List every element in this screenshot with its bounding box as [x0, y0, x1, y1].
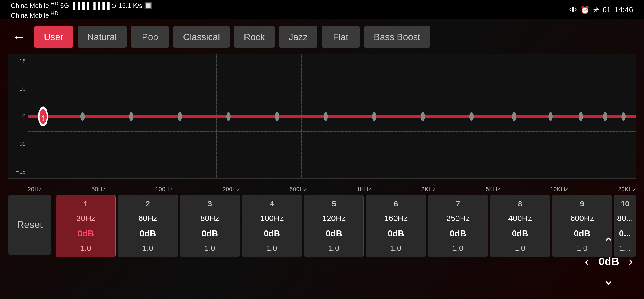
band-5-number: 5 [332, 200, 336, 208]
preset-user[interactable]: User [34, 26, 73, 48]
band-card-2[interactable]: 2 60Hz 0dB 1.0 [118, 195, 178, 257]
svg-point-2 [80, 112, 85, 121]
y-axis: 18 10 0 −10 −18 [8, 54, 28, 178]
svg-point-3 [129, 112, 133, 121]
band-10-freq: 80... [617, 214, 633, 223]
band-card-4[interactable]: 4 100Hz 0dB 1.0 [242, 195, 302, 257]
x-label-100hz: 100Hz [155, 186, 173, 193]
band-5-freq: 120Hz [322, 214, 346, 223]
band-3-db: 0dB [202, 229, 218, 239]
svg-point-12 [548, 112, 553, 121]
y-label-0: 0 [11, 113, 26, 120]
svg-point-15 [621, 112, 626, 121]
band-3-number: 3 [208, 200, 212, 208]
band-9-number: 9 [580, 200, 584, 208]
band-5-q: 1.0 [329, 244, 339, 253]
db-up-button[interactable]: ⌃ [593, 235, 625, 251]
svg-point-11 [512, 112, 516, 121]
alarm-icon: ⏰ [580, 5, 590, 14]
current-db-display: 0dB [595, 255, 622, 268]
bluetooth-icon: ✳ [593, 5, 599, 14]
band-5-db: 0dB [326, 229, 342, 239]
band-controls: Reset 1 30Hz 0dB 1.0 2 60Hz 0dB 1.0 [8, 195, 636, 257]
band-3-q: 1.0 [205, 244, 215, 253]
x-label-500hz: 500Hz [289, 186, 307, 193]
prev-band-button[interactable]: ‹ [582, 253, 592, 269]
band-9-freq: 600Hz [570, 214, 594, 223]
svg-point-9 [421, 112, 425, 121]
band-card-3[interactable]: 3 80Hz 0dB 1.0 [180, 195, 240, 257]
band-4-freq: 100Hz [260, 214, 284, 223]
y-label-18: 18 [11, 58, 26, 65]
y-label-10: 10 [11, 85, 26, 92]
band-card-1[interactable]: 1 30Hz 0dB 1.0 [56, 195, 116, 257]
svg-point-6 [275, 112, 279, 121]
preset-classical[interactable]: Classical [173, 26, 230, 48]
band-2-q: 1.0 [143, 244, 153, 253]
right-controls: ⌃ ‹ 0dB › ⌄ [582, 230, 636, 292]
band-6-db: 0dB [388, 229, 404, 239]
band-card-8[interactable]: 8 400Hz 0dB 1.0 [490, 195, 550, 257]
svg-point-13 [579, 112, 583, 121]
band-2-number: 2 [146, 200, 150, 208]
db-nav-row: ‹ 0dB › [582, 253, 636, 269]
down-arrow-icon: ⌄ [603, 272, 615, 288]
status-bar: China Mobile HD 5G ▐▐▐▐ ▐▐▐▐ ⊙ 16.1 K/s … [0, 0, 644, 20]
eq-chart[interactable]: 18 10 0 −10 −18 [8, 54, 636, 179]
svg-point-8 [372, 112, 376, 121]
eye-icon: 👁 [569, 5, 577, 14]
band-2-freq: 60Hz [138, 214, 157, 223]
band-1-freq: 30Hz [76, 214, 95, 223]
back-button[interactable]: ← [8, 26, 30, 48]
preset-flat[interactable]: Flat [322, 26, 360, 48]
next-band-button[interactable]: › [626, 253, 636, 269]
preset-natural[interactable]: Natural [78, 26, 127, 48]
band-card-7[interactable]: 7 250Hz 0dB 1.0 [428, 195, 488, 257]
band-6-number: 6 [394, 200, 398, 208]
x-label-20khz: 20KHz [618, 186, 636, 193]
svg-point-10 [469, 112, 474, 121]
preset-jazz[interactable]: Jazz [279, 26, 317, 48]
band-6-q: 1.0 [391, 244, 401, 253]
band-1-q: 1.0 [80, 244, 91, 253]
band-7-q: 1.0 [453, 244, 463, 253]
reset-button[interactable]: Reset [8, 195, 51, 255]
band-10-number: 10 [621, 200, 629, 208]
x-axis-labels: 20Hz 50Hz 100Hz 200Hz 500Hz 1KHz 2KHz 5K… [8, 184, 636, 193]
chart-area[interactable]: 1 [28, 54, 636, 178]
band-1-db: 0dB [78, 229, 94, 239]
band-6-freq: 160Hz [384, 214, 408, 223]
band-4-db: 0dB [264, 229, 280, 239]
svg-point-4 [178, 112, 182, 121]
main-content: ← User Natural Pop Classical Rock Jazz F… [0, 20, 644, 299]
band-card-5[interactable]: 5 120Hz 0dB 1.0 [304, 195, 364, 257]
clock-time: 14:46 [614, 5, 633, 14]
band-3-freq: 80Hz [200, 214, 219, 223]
band-7-number: 7 [456, 200, 460, 208]
carrier2-label: China Mobile HD [11, 10, 152, 20]
left-arrow-icon: ‹ [585, 255, 589, 268]
band-8-db: 0dB [512, 229, 528, 239]
band-1-number: 1 [84, 200, 88, 208]
svg-text:1: 1 [42, 113, 44, 123]
carrier-info: China Mobile HD 5G ▐▐▐▐ ▐▐▐▐ ⊙ 16.1 K/s … [11, 0, 152, 20]
carrier1-label: China Mobile HD 5G ▐▐▐▐ ▐▐▐▐ ⊙ 16.1 K/s … [11, 0, 152, 10]
preset-pop[interactable]: Pop [131, 26, 169, 48]
battery-level: 61 [603, 5, 611, 14]
x-label-2khz: 2KHz [421, 186, 436, 193]
x-label-10khz: 10KHz [550, 186, 568, 193]
svg-point-14 [603, 112, 607, 121]
band-card-6[interactable]: 6 160Hz 0dB 1.0 [366, 195, 426, 257]
db-down-button[interactable]: ⌄ [593, 272, 625, 288]
band-7-freq: 250Hz [446, 214, 470, 223]
preset-bass-boost[interactable]: Bass Boost [364, 26, 430, 48]
y-label-neg10: −10 [11, 141, 26, 148]
back-arrow-icon: ← [12, 29, 26, 45]
status-right: 👁 ⏰ ✳ 61 14:46 [569, 5, 633, 14]
up-arrow-icon: ⌃ [603, 235, 615, 251]
band-2-db: 0dB [140, 229, 156, 239]
preset-rock[interactable]: Rock [234, 26, 274, 48]
svg-point-7 [324, 112, 328, 121]
bands-list: 1 30Hz 0dB 1.0 2 60Hz 0dB 1.0 3 80Hz 0dB [56, 195, 636, 257]
x-label-1khz: 1KHz [357, 186, 371, 193]
